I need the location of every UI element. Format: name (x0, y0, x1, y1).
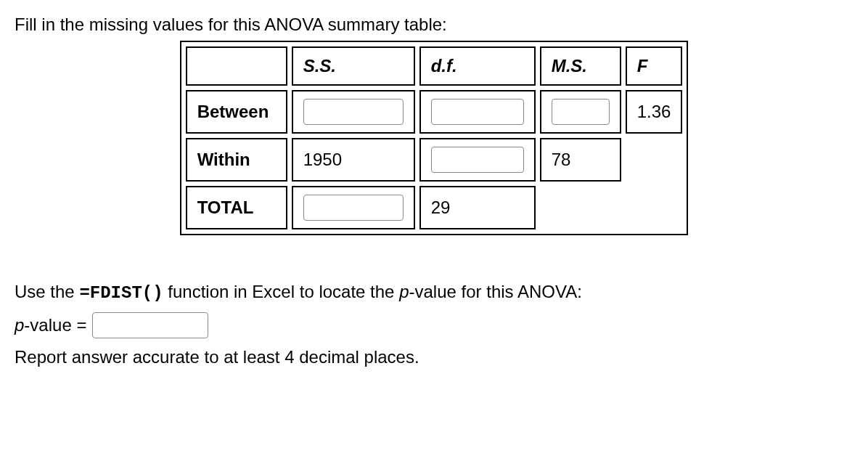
pvalue-rest: -value = (24, 315, 86, 335)
instr-prefix: Use the (15, 282, 79, 301)
fdist-function: =FDIST() (79, 283, 163, 303)
pvalue-line: p-value = (15, 312, 853, 338)
within-ms-cell: 78 (540, 138, 621, 182)
total-f-cell (626, 186, 683, 229)
header-df: d.f. (419, 46, 536, 86)
total-label: TOTAL (186, 186, 287, 229)
total-ms-cell (540, 186, 621, 229)
between-ms-input[interactable] (552, 99, 610, 125)
question-prompt: Fill in the missing values for this ANOV… (15, 15, 853, 35)
between-ss-cell (292, 90, 415, 134)
within-ss-cell: 1950 (292, 138, 415, 182)
between-ms-cell (540, 90, 621, 134)
anova-table-wrapper: S.S. d.f. M.S. F Between 1.36 Within 195… (15, 41, 853, 235)
pvalue-label: p-value = (15, 315, 86, 335)
instr-p: p (399, 282, 409, 301)
between-df-cell (419, 90, 536, 134)
between-df-input[interactable] (431, 99, 524, 125)
between-ss-input[interactable] (303, 99, 404, 125)
within-df-cell (419, 138, 536, 182)
accuracy-note: Report answer accurate to at least 4 dec… (15, 344, 853, 370)
header-empty (186, 46, 287, 86)
total-row: TOTAL 29 (186, 186, 683, 229)
total-df-cell: 29 (419, 186, 536, 229)
between-label: Between (186, 90, 287, 134)
header-ss: S.S. (292, 46, 415, 86)
instr-suffix: function in Excel to locate the (163, 282, 400, 301)
header-row: S.S. d.f. M.S. F (186, 46, 683, 86)
between-row: Between 1.36 (186, 90, 683, 134)
anova-table: S.S. d.f. M.S. F Between 1.36 Within 195… (180, 41, 689, 235)
header-f: F (626, 46, 683, 86)
pvalue-input[interactable] (92, 312, 208, 338)
fdist-instruction: Use the =FDIST() function in Excel to lo… (15, 279, 853, 306)
header-ms: M.S. (540, 46, 621, 86)
within-label: Within (186, 138, 287, 182)
within-df-input[interactable] (431, 147, 524, 173)
instr-suffix2: -value for this ANOVA: (409, 282, 582, 301)
pvalue-p: p (15, 315, 24, 335)
within-row: Within 1950 78 (186, 138, 683, 182)
total-ss-cell (292, 186, 415, 229)
total-ss-input[interactable] (303, 195, 404, 221)
between-f-cell: 1.36 (626, 90, 683, 134)
within-f-cell (626, 138, 683, 182)
